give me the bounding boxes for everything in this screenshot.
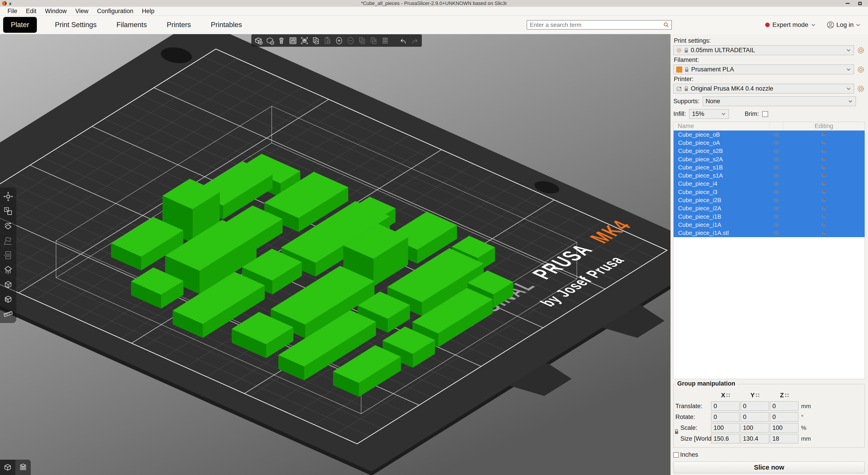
eye-icon[interactable] (769, 149, 783, 154)
eye-icon[interactable] (769, 132, 783, 137)
tab-filaments[interactable]: Filaments (115, 17, 149, 33)
minimize-button[interactable] (846, 3, 850, 4)
eye-icon[interactable] (769, 140, 783, 145)
delete-object-icon[interactable] (265, 36, 275, 46)
object-row[interactable]: Cube_piece_i2B (674, 196, 865, 204)
editing-icon[interactable] (783, 156, 865, 162)
menu-item-window[interactable]: Window (41, 8, 71, 15)
copy-icon[interactable] (311, 36, 321, 46)
object-row[interactable]: Cube_piece_i1B (674, 212, 865, 221)
menu-item-file[interactable]: File (3, 8, 22, 15)
menu-item-help[interactable]: Help (138, 8, 159, 15)
preview-view-button[interactable] (16, 460, 31, 475)
object-row[interactable]: Cube_piece_s2B (674, 147, 865, 155)
object-row[interactable]: Cube_piece_i1A (674, 221, 865, 229)
object-row[interactable]: Cube_piece_s1A (674, 171, 865, 179)
object-row[interactable]: Cube_piece_i2A (674, 204, 865, 212)
eye-icon[interactable] (769, 206, 783, 211)
printer-dropdown[interactable]: Original Prusa MK4 0.4 nozzle (673, 84, 854, 94)
search-input[interactable] (527, 22, 663, 29)
editing-icon[interactable] (783, 164, 865, 170)
print-settings-dropdown[interactable]: 0.05mm ULTRADETAIL (673, 45, 854, 55)
size-world-z-input[interactable]: 18 (770, 434, 798, 443)
add-object-icon[interactable] (253, 36, 264, 46)
editing-icon[interactable] (783, 214, 865, 219)
scale-z-input[interactable]: 100 (770, 423, 798, 433)
remove-instance-icon[interactable] (346, 36, 355, 46)
login-button[interactable]: Log in (827, 19, 860, 31)
scale-icon[interactable] (3, 206, 13, 216)
paint-supports-icon[interactable] (3, 265, 13, 275)
translate-x-input[interactable]: 0 (711, 401, 740, 411)
eye-icon[interactable] (769, 165, 783, 170)
brim-checkbox[interactable] (762, 111, 768, 117)
measure-icon[interactable] (3, 309, 13, 319)
place-on-face-icon[interactable] (3, 235, 13, 246)
editing-icon[interactable] (783, 181, 865, 187)
eye-icon[interactable] (769, 231, 783, 235)
supports-dropdown[interactable]: None (703, 96, 856, 106)
eye-icon[interactable] (769, 214, 783, 219)
translate-z-input[interactable]: 0 (770, 401, 798, 411)
seam-painting-icon[interactable] (3, 279, 13, 290)
move-icon[interactable] (3, 191, 13, 202)
editing-icon[interactable] (783, 206, 865, 211)
arrange-icon[interactable] (288, 36, 298, 46)
cut-icon[interactable] (3, 250, 13, 261)
tab-print-settings[interactable]: Print Settings (53, 17, 98, 33)
edit-preset-gear-icon[interactable] (857, 46, 865, 55)
object-row[interactable]: Cube_piece_oB (674, 131, 865, 139)
edit-preset-gear-icon[interactable] (857, 66, 865, 74)
object-row[interactable]: Cube_piece_s2A (674, 155, 865, 163)
3d-editor-view-button[interactable] (0, 460, 16, 475)
tab-printers[interactable]: Printers (165, 17, 193, 33)
tab-plater[interactable]: Plater (3, 17, 37, 33)
eye-icon[interactable] (769, 190, 783, 194)
rotate-z-input[interactable]: 0 (770, 412, 798, 422)
split-parts-icon[interactable] (369, 36, 379, 46)
mode-selector[interactable]: Expert mode (765, 19, 815, 31)
split-objects-icon[interactable] (357, 36, 367, 46)
undo-icon[interactable] (398, 36, 408, 46)
variable-layer-height-icon[interactable] (380, 36, 390, 46)
inches-checkbox[interactable] (673, 452, 679, 457)
object-row[interactable]: Cube_piece_s1B (674, 163, 865, 171)
scale-x-input[interactable]: 100 (711, 423, 740, 433)
uniform-scale-lock-icon[interactable] (674, 429, 679, 435)
editing-icon[interactable] (783, 230, 865, 236)
object-row[interactable]: Cube_piece_i1A.stl (674, 229, 865, 237)
size-world-x-input[interactable]: 150.6 (711, 434, 740, 443)
eye-icon[interactable] (769, 157, 783, 162)
add-instance-icon[interactable] (334, 36, 344, 46)
filament-dropdown[interactable]: Prusament PLA (673, 65, 854, 74)
editing-icon[interactable] (783, 132, 865, 138)
fuzzy-skin-icon[interactable] (3, 294, 13, 305)
scale-y-input[interactable]: 100 (741, 423, 769, 433)
rotate-x-input[interactable]: 0 (711, 412, 740, 422)
object-row[interactable]: Cube_piece_i4 (674, 180, 865, 188)
menu-item-view[interactable]: View (71, 8, 93, 15)
size-world-y-input[interactable]: 130.4 (741, 434, 769, 443)
3d-viewport[interactable]: ORIGINAL PRUSA MK4 by Josef Prusa (0, 34, 671, 475)
editing-icon[interactable] (783, 148, 865, 154)
editing-icon[interactable] (783, 189, 865, 195)
eye-icon[interactable] (769, 181, 783, 186)
slice-now-button[interactable]: Slice now (673, 462, 865, 473)
delete-all-icon[interactable] (276, 36, 286, 46)
eye-icon[interactable] (769, 173, 783, 178)
redo-icon[interactable] (410, 36, 420, 46)
menu-item-edit[interactable]: Edit (22, 8, 41, 15)
arrange-selected-icon[interactable] (300, 36, 309, 46)
object-row[interactable]: Cube_piece_i3 (674, 188, 865, 196)
rotate-icon[interactable] (3, 220, 13, 231)
rotate-y-input[interactable]: 0 (741, 412, 769, 422)
paste-icon[interactable] (322, 36, 333, 46)
menu-item-configuration[interactable]: Configuration (93, 8, 138, 15)
eye-icon[interactable] (769, 198, 783, 203)
maximize-button[interactable] (858, 2, 862, 5)
object-row[interactable]: Cube_piece_oA (674, 139, 865, 147)
edit-preset-gear-icon[interactable] (857, 85, 865, 93)
editing-icon[interactable] (783, 222, 865, 228)
tab-printables[interactable]: Printables (209, 17, 244, 33)
editing-icon[interactable] (783, 197, 865, 203)
